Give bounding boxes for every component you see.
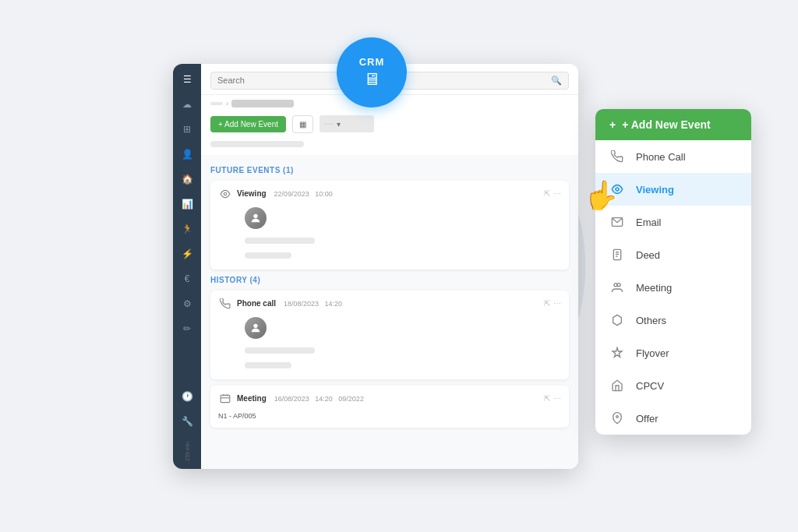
viewing-avatar [245,207,267,229]
plus-icon: + [609,118,616,131]
flyover-label: Flyover [636,347,669,359]
phone-call-skeleton-row [218,315,561,373]
svg-point-2 [253,323,257,327]
sidebar: ☰ ☁ ⊞ 👤 🏠 📊 🏃 ⚡ € ⚙ ✏ 🕐 🔧 239 min [173,64,201,469]
dropdown-item-deed[interactable]: Deed [595,238,751,271]
viewing-event-card: Viewing 22/09/2023 10:00 ⇱ ⋯ [210,181,569,270]
breadcrumb-item-2[interactable] [231,100,294,107]
sidebar-icon-euro[interactable]: € [179,271,195,287]
phone-call-label: Phone Call [636,151,686,163]
sidebar-icon-cloud[interactable]: ☁ [179,97,195,112]
chevron-down-icon: ▾ [337,120,341,129]
deed-icon [609,247,625,262]
phone-call-avatar [245,317,267,339]
view-toggle-button[interactable]: ▦ [292,115,313,133]
sidebar-icon-menu[interactable]: ☰ [179,72,195,87]
meeting-event-header-left: Meeting 16/08/2023 14:20 09/2022 [218,392,364,406]
cursor-hand: 👆 [580,179,619,218]
viewing-expand-icons[interactable]: ⇱ ⋯ [544,189,561,198]
flyover-icon [609,345,625,361]
add-new-event-button[interactable]: + Add New Event [210,116,286,132]
add-event-dropdown: + + Add New Event Phone Call Viewing [595,109,751,435]
dropdown-item-meeting[interactable]: Meeting [595,271,751,304]
search-icon: 🔍 [551,76,562,86]
svg-point-14 [617,284,620,287]
dropdown-item-phone-call[interactable]: Phone Call [595,140,751,173]
sidebar-icon-lightning[interactable]: ⚡ [179,246,195,262]
view-label [324,123,334,125]
breadcrumb-item-1[interactable] [210,102,223,105]
meeting-event-date: 16/08/2023 14:20 09/2022 [274,395,364,403]
dropdown-item-flyover[interactable]: Flyover [595,336,751,369]
svg-point-16 [616,416,619,418]
phone-call-event-icon [218,297,232,311]
phone-call-event-header: Phone call 18/08/2023 14:20 ⇱ ⋯ [218,297,561,311]
dropdown-header[interactable]: + + Add New Event [595,109,751,140]
sidebar-icon-user[interactable]: 👤 [179,146,195,162]
meeting-label: Meeting [636,282,672,294]
sidebar-icon-home[interactable]: 🏠 [179,171,195,187]
viewing-label: Viewing [636,184,674,196]
sidebar-icon-settings[interactable]: ⚙ [179,296,195,312]
monitor-icon: 🖥 [363,69,380,90]
phone-call-event-date: 18/08/2023 14:20 [284,300,342,308]
meeting-event-header: Meeting 16/08/2023 14:20 09/2022 ⇱ ⋯ [218,392,561,406]
phone-icon [609,149,625,164]
deed-label: Deed [636,249,660,261]
dropdown-item-offer[interactable]: Offer [595,402,751,435]
dropdown-header-label: + Add New Event [622,118,710,131]
view-dropdown[interactable]: ▾ [320,115,374,132]
more-icon: ⋯ [553,299,561,308]
sidebar-icon-chart[interactable]: 📊 [179,196,195,212]
others-icon [609,312,625,328]
sidebar-icon-tool[interactable]: 🔧 [179,414,195,429]
content-area: FUTURE EVENTS (1) Viewing 22/09/2023 10:… [201,155,578,469]
svg-marker-15 [613,315,622,325]
sidebar-icon-edit[interactable]: ✏ [179,321,195,336]
phone-call-event-type: Phone call [237,299,276,308]
expand-icon: ⇱ [544,394,550,403]
viewing-event-icon [218,187,232,201]
sidebar-icon-clock[interactable]: 🕐 [179,389,195,404]
meeting-expand-icons[interactable]: ⇱ ⋯ [544,394,561,403]
sidebar-icon-grid[interactable]: ⊞ [179,122,195,137]
phone-call-expand-icons[interactable]: ⇱ ⋯ [544,299,561,308]
phone-call-event-card: Phone call 18/08/2023 14:20 ⇱ ⋯ [210,291,569,379]
main-content: 🔍 › + Add New Event ▦ ▾ FUTU [201,64,578,469]
dropdown-item-cpcv[interactable]: CPCV [595,369,751,402]
crm-label: CRM [359,56,385,68]
meeting-event-card: Meeting 16/08/2023 14:20 09/2022 ⇱ ⋯ N1 … [210,386,569,428]
phone-call-event-header-left: Phone call 18/08/2023 14:20 [218,297,342,311]
more-icon: ⋯ [553,189,561,198]
viewing-event-type: Viewing [237,189,267,198]
grid-icon: ▦ [299,120,306,129]
sidebar-time: 239 min [185,442,190,461]
meeting-event-icon [218,392,232,406]
email-label: Email [636,217,662,228]
meeting-icon [609,280,625,295]
crm-badge: CRM 🖥 [337,37,407,107]
viewing-event-date: 22/09/2023 10:00 [274,190,333,198]
cpcv-icon [609,378,625,393]
future-events-section-title: FUTURE EVENTS (1) [210,166,569,174]
viewing-event-header-left: Viewing 22/09/2023 10:00 [218,187,333,201]
more-icon: ⋯ [553,394,561,403]
svg-point-1 [253,213,257,217]
dropdown-item-viewing[interactable]: Viewing [595,173,751,206]
viewing-skeleton-row [218,206,561,263]
app-window: ☰ ☁ ⊞ 👤 🏠 📊 🏃 ⚡ € ⚙ ✏ 🕐 🔧 239 min 🔍 › [173,64,578,469]
svg-rect-3 [221,395,230,402]
dropdown-item-email[interactable]: Email [595,206,751,238]
svg-point-0 [224,192,227,196]
breadcrumb-separator: › [226,100,228,107]
toolbar: + Add New Event ▦ ▾ [201,111,578,138]
dropdown-item-others[interactable]: Others [595,304,751,336]
history-section-title: HISTORY (4) [210,276,569,284]
viewing-event-header: Viewing 22/09/2023 10:00 ⇱ ⋯ [218,187,561,201]
cpcv-label: CPCV [636,380,664,392]
others-label: Others [636,315,666,326]
sidebar-icon-activity[interactable]: 🏃 [179,221,195,237]
offer-label: Offer [636,413,659,425]
meeting-event-type: Meeting [237,394,267,403]
offer-icon [609,410,625,426]
